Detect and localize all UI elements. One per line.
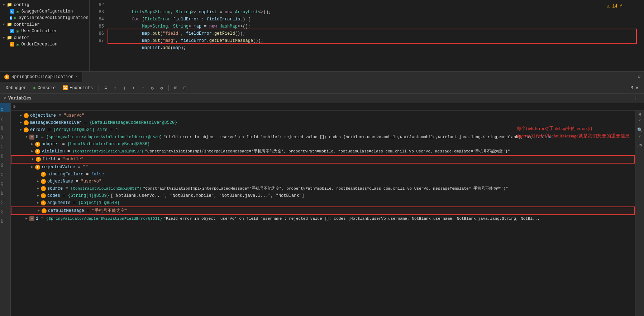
expand-icon[interactable]: ▶ (18, 112, 24, 119)
field-icon: f (36, 157, 41, 162)
chevron-down-icon: ▼ (3, 23, 5, 26)
tree-item-field[interactable]: ▶ f field = "mobile" (11, 155, 635, 164)
sidebar-item-config[interactable]: ▼ 📁 config (0, 1, 89, 8)
restore-layout-button[interactable]: ⊞ (172, 84, 180, 92)
tree-item-errors[interactable]: ▼ f errors = {ArrayList@8521} size = 4 (11, 126, 635, 133)
expand-icon[interactable]: ▶ (24, 215, 29, 222)
step-over-up-button[interactable]: ↑ (111, 84, 119, 92)
expand-icon[interactable]: ▶ (35, 200, 41, 206)
code-line-83: for (FieldError fieldError : fieldErrorL… (111, 9, 644, 16)
field-name: field (42, 156, 55, 162)
expand-icon[interactable]: ▶ (35, 178, 41, 185)
co-button[interactable]: Co (637, 143, 643, 148)
process-label-join[interactable]: JoinV (0, 140, 10, 150)
tree-item-objectname[interactable]: ▶ f objectName = "userVo" (11, 112, 635, 119)
bean-icon: ▣ (16, 29, 18, 33)
process-label-active[interactable]: Proce (0, 103, 10, 112)
tab-springboot[interactable]: S SpringbootCliApplication × (0, 72, 82, 82)
code-line-84: Map<String, String> map = new HashMap<>(… (111, 16, 644, 23)
sidebar-item-custom[interactable]: ▼ 📁 custom (0, 34, 89, 41)
tab-close-button[interactable]: × (76, 75, 78, 79)
field-icon: f (35, 142, 40, 147)
collapse-button[interactable]: ∨ (4, 96, 6, 101)
expand-icon[interactable]: ▶ (36, 208, 42, 214)
expand-icon[interactable]: ▼ (24, 134, 29, 140)
settings-button[interactable]: ↻ (158, 84, 166, 92)
tree-item-errors-1[interactable]: ▶ ≡ 1 = {SpringValidatorAdapter$Violatio… (11, 215, 635, 222)
process-label-nose[interactable]: noSe (0, 205, 10, 215)
tab-debugger[interactable]: Debugger (3, 85, 29, 91)
step-into-button[interactable]: ↓ (120, 84, 128, 92)
bean-icon: ▣ (14, 16, 16, 20)
debug-main: Proce nvok nvok nvok JoinV nvok noRe eso… (0, 103, 644, 316)
step-out-button[interactable]: ⬇ (130, 84, 138, 92)
process-label-invoke1[interactable]: nvok (0, 112, 10, 122)
tree-item-messagecodesresolver[interactable]: ▶ f messageCodesResolver = {DefaultMessa… (11, 119, 635, 126)
process-panel: Proce nvok nvok nvok JoinV nvok noRe eso… (0, 103, 11, 316)
expand-icon[interactable]: ▶ (30, 156, 36, 162)
sidebar-item-syncthread[interactable]: C ▣ SyncThreadPoolConfiguration (0, 15, 89, 21)
run-to-cursor-button[interactable]: ↑ (139, 84, 147, 92)
debugger-label: Debugger (6, 86, 27, 91)
expand-icon[interactable]: ▼ (18, 127, 24, 133)
chevron-down-icon: ▼ (3, 36, 5, 40)
process-label-proce3[interactable]: Proce (0, 215, 10, 224)
sidebar-item-orderexception[interactable]: C ▣ OrderException (0, 41, 89, 48)
field-icon: f (41, 179, 46, 184)
field-icon: f (41, 186, 46, 191)
tree-item-adapter[interactable]: ▶ f adapter = {LocalValidatorFactoryBean… (11, 141, 635, 148)
tree-item-arguments[interactable]: ▶ f arguments = {Object[1]@8540} (11, 199, 635, 206)
expand-icon[interactable]: ▶ (18, 120, 24, 126)
sidebar-item-label: config (14, 3, 29, 8)
endpoints-icon: 🔀 (63, 85, 68, 91)
search-icon[interactable]: 🔍 (636, 127, 643, 133)
process-label-invoke3[interactable]: nvok (0, 131, 10, 140)
process-label-invoke4[interactable]: nvok (0, 150, 10, 159)
process-label-resolv1[interactable]: esolv (0, 168, 10, 178)
tree-item-violation[interactable]: ▶ f violation = {ConstraintViolationImpl… (11, 148, 635, 155)
expand-icon[interactable]: ▶ (29, 148, 35, 155)
folder-icon: 📁 (7, 2, 12, 8)
menu-button[interactable]: ≡ (102, 84, 110, 92)
expand-icon[interactable]: ▶ (29, 141, 35, 147)
sidebar-item-usercontroller[interactable]: C ▣ UserController (0, 28, 89, 34)
add-watch-button[interactable]: + (634, 95, 638, 102)
tree-item-defaultmessage[interactable]: ▶ f defaultMessage = "手机号不能为空" (11, 206, 635, 215)
tree-item-codes[interactable]: ▶ f codes = {String[4]@8539} ["NotBlank.… (11, 192, 635, 199)
code-line-85: map.put("field", fieldError.getField()); (111, 23, 644, 30)
tree-item-rejectedvalue[interactable]: ▶ f rejectedValue = "" (11, 164, 635, 171)
expand-icon[interactable]: ▶ (35, 185, 41, 192)
sidebar-item-label: OrderException (21, 42, 57, 47)
process-label-resolv2[interactable]: esolv (0, 178, 10, 187)
tree-item-errors-0[interactable]: ▼ ≡ 0 = {SpringValidatorAdapter$Violatio… (11, 133, 635, 141)
toolbar-separator (99, 85, 99, 91)
field-icon: f (42, 208, 47, 213)
view-link[interactable]: View (541, 134, 552, 140)
sidebar-item-label: SyncThreadPoolConfiguration (19, 15, 88, 20)
chevron-down-icon-right[interactable]: ∨ (638, 117, 641, 123)
tab-endpoints[interactable]: 🔀 Endpoints (60, 84, 96, 91)
exception-badge: C (10, 42, 14, 47)
layout-button[interactable]: ⊡ (181, 84, 189, 92)
sidebar-item-controller[interactable]: ▼ 📁 controller (0, 21, 89, 28)
tab-console[interactable]: ▶ Console (31, 84, 59, 91)
filter-icon[interactable]: ⊘ (13, 104, 16, 110)
process-label-proce2[interactable]: Proce (0, 187, 10, 196)
tree-item-bindingfailure[interactable]: ▶ f bindingFailure = false (11, 171, 635, 178)
evaluate-button[interactable]: ↺ (148, 84, 156, 92)
m-dropdown[interactable]: M ∨ (630, 85, 641, 91)
process-label-invoke2[interactable]: nvok (0, 122, 10, 131)
process-label-nodis[interactable]: noDis (0, 196, 10, 205)
tree-item-source[interactable]: ▶ f source = {ConstraintViolationImpl@85… (11, 185, 635, 192)
tab-settings-button[interactable]: ⚙ (634, 74, 644, 79)
expand-icon[interactable]: ▶ (29, 164, 35, 170)
variables-label: Variables (8, 96, 32, 101)
tree-item-objectname2[interactable]: ▶ f objectName = "userVo" (11, 178, 635, 185)
right-m-button[interactable]: M (638, 112, 641, 117)
expand-icon[interactable]: ▶ (35, 193, 41, 199)
sidebar-item-swagger[interactable]: C ▣ SwaggerConfiguration (0, 8, 89, 15)
console-icon: ▶ (34, 85, 36, 91)
chevron-down-icon-search[interactable]: ∨ (638, 133, 641, 139)
process-label-nore[interactable]: noRe (0, 159, 10, 168)
tab-bar: S SpringbootCliApplication × ⚙ (0, 72, 644, 82)
